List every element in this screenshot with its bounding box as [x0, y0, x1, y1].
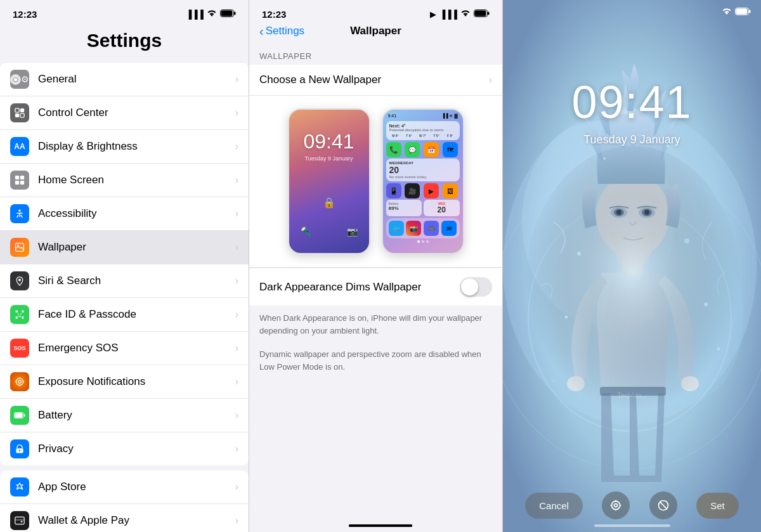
choose-wallpaper-row[interactable]: Choose a New Wallpaper › [249, 65, 502, 96]
settings-item-wallet[interactable]: Wallet & Apple Pay › [0, 504, 249, 532]
svg-rect-19 [16, 316, 18, 318]
app-cal: 📅 [424, 142, 439, 157]
wallpaper-content: WALLPAPER Choose a New Wallpaper › 09:41… [249, 44, 502, 532]
preview-bottom-icons: 🔦 📷 [296, 226, 363, 237]
privacy-chevron: › [235, 443, 238, 455]
display-icon: AA [10, 137, 29, 156]
settings-item-appstore[interactable]: App Store › [0, 470, 249, 504]
appstore-icon [10, 477, 29, 496]
lockscreen-preview[interactable]: 09:41 Tuesday 9 January 🔒 🔦 📷 [288, 108, 370, 254]
display-label: Display & Brightness [38, 140, 235, 153]
settings-item-siri[interactable]: Siri & Search › [0, 264, 249, 298]
wallpaper-nav-title: Wallpaper [350, 25, 401, 37]
svg-rect-5 [15, 108, 19, 112]
svg-rect-28 [24, 414, 25, 417]
siri-chevron: › [235, 275, 238, 287]
privacy-label: Privacy [38, 443, 235, 455]
svg-point-60 [577, 252, 581, 256]
svg-rect-7 [15, 114, 19, 117]
settings-item-display[interactable]: AA Display & Brightness › [0, 130, 249, 164]
dark-dims-toggle[interactable] [460, 277, 492, 297]
status-bar-2: 12:23 ▶ ▐▐▐ [249, 0, 502, 22]
wallpaper-options-group: Choose a New Wallpaper › 09:41 Tuesday 9… [249, 65, 502, 306]
no-entry-icon-button[interactable] [649, 491, 677, 519]
wallet-chevron: › [235, 515, 238, 526]
homescreen-preview[interactable]: 9:41 ▐▐ ≋ ▓ Next: 4° Potential disruptio… [382, 108, 464, 254]
wallpaper-chevron: › [235, 242, 238, 253]
status-time-2: 12:23 [262, 9, 286, 20]
svg-point-65 [717, 347, 720, 351]
toggle-knob [461, 278, 478, 295]
siri-label: Siri & Search [38, 275, 235, 287]
exposure-icon [10, 372, 29, 391]
dock-twitter: 🐦 [389, 221, 404, 236]
wallet-icon [10, 511, 29, 530]
location-icon: ▶ [430, 10, 436, 19]
svg-point-61 [684, 238, 689, 243]
wifi-icon-3 [722, 8, 732, 17]
settings-panel: 12:23 ▐▐▐ Settings ⚙ General › [0, 0, 249, 532]
emergency-chevron: › [235, 342, 238, 354]
svg-point-3 [14, 77, 17, 81]
svg-rect-1 [234, 12, 236, 15]
svg-rect-17 [16, 311, 18, 313]
svg-rect-18 [22, 311, 23, 313]
svg-point-22 [18, 380, 22, 384]
settings-item-wallpaper[interactable]: Wallpaper › [0, 231, 249, 264]
watermark: TechNo... [617, 391, 646, 399]
cancel-button[interactable]: Cancel [525, 493, 583, 519]
app-viber: 📱 [386, 183, 401, 198]
svg-rect-69 [749, 10, 751, 13]
preview-lock-icon: 🔒 [296, 197, 363, 209]
signal-icon-2: ▐▐▐ [439, 10, 457, 19]
home-screen-label: Home Screen [38, 174, 235, 186]
svg-point-59 [525, 146, 741, 425]
status-icons-1: ▐▐▐ [186, 10, 236, 19]
dock-ig: 📸 [406, 221, 421, 236]
page-dots [384, 240, 462, 243]
app-row-2: 📱 🎥 ▶ 🖼 [386, 183, 460, 198]
faceid-chevron: › [235, 309, 238, 320]
status-bar-1: 12:23 ▐▐▐ [0, 0, 249, 22]
status-icons-2: ▶ ▐▐▐ [430, 10, 490, 19]
status-time-1: 12:23 [13, 9, 37, 20]
widget-cal2: WED 20 [424, 200, 460, 216]
preview-lock-time: 09:41 [296, 130, 363, 153]
settings-item-privacy[interactable]: Privacy › [0, 432, 249, 465]
set-button[interactable]: Set [696, 493, 739, 519]
faceid-icon [10, 305, 29, 324]
svg-rect-12 [20, 181, 24, 185]
settings-item-home-screen[interactable]: Home Screen › [0, 164, 249, 197]
wallpaper-section-label: WALLPAPER [249, 44, 502, 65]
settings-item-accessibility[interactable]: Accessibility › [0, 197, 249, 231]
settings-item-control-center[interactable]: Control Center › [0, 96, 249, 130]
settings-item-general[interactable]: ⚙ General › [0, 63, 249, 96]
back-button[interactable]: ‹ Settings [259, 24, 304, 39]
signal-icon: ▐▐▐ [186, 10, 204, 19]
faceid-label: Face ID & Passcode [38, 308, 235, 321]
battery-icon-2 [474, 10, 490, 19]
settings-item-faceid[interactable]: Face ID & Passcode › [0, 298, 249, 332]
settings-item-exposure[interactable]: Exposure Notifications › [0, 365, 249, 399]
settings-item-emergency[interactable]: SOS Emergency SOS › [0, 332, 249, 365]
svg-rect-10 [20, 176, 24, 179]
home-status-mini: 9:41 ▐▐ ≋ ▓ [384, 111, 462, 120]
choose-chevron-icon: › [489, 74, 492, 86]
accessibility-icon [10, 204, 29, 223]
battery-icon-3 [735, 8, 751, 17]
target-icon-button[interactable] [602, 491, 630, 519]
svg-point-13 [18, 210, 20, 212]
svg-point-64 [552, 379, 555, 382]
settings-item-battery[interactable]: Battery › [0, 399, 249, 432]
lockscreen-preview-panel: 09:41 Tuesday 9 January TechNo... Cancel… [503, 0, 761, 532]
exposure-label: Exposure Notifications [38, 375, 235, 388]
wallpaper-previews: 09:41 Tuesday 9 January 🔒 🔦 📷 9:41 [249, 96, 502, 268]
dock-discord: 🎮 [424, 221, 439, 236]
wallet-label: Wallet & Apple Pay [38, 514, 235, 527]
app-row-1: 📞 💬 📅 🗺 [386, 142, 460, 157]
battery-label: Battery [38, 409, 235, 422]
wallpaper-icon [10, 238, 29, 257]
siri-icon [10, 271, 29, 290]
svg-point-62 [565, 316, 568, 319]
app-msg: 💬 [405, 142, 420, 157]
